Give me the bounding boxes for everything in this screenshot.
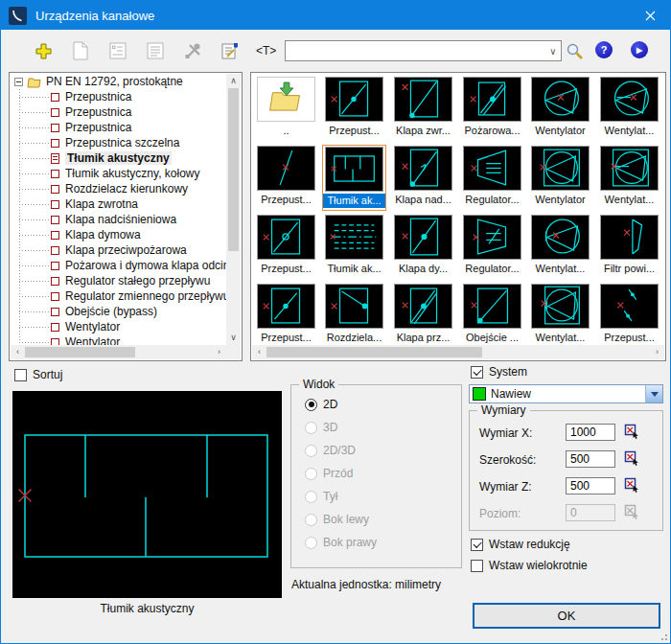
tree-item[interactable]: Regulator stałego przepływu [11,273,226,288]
tree-item[interactable]: Tłumik akustyczny, kołowy [11,166,226,181]
tree-item[interactable]: Regulator zmiennego przepływu [11,288,226,304]
checkbox-checked[interactable] [471,366,483,379]
tree-item[interactable]: Wentylator [11,334,226,345]
bypass-icon [464,285,521,328]
grid-item[interactable]: Klapa dy... [391,214,455,280]
pick-point-icon [624,450,639,466]
sort-checkbox[interactable]: Sortuj [14,368,62,381]
grid-item[interactable]: Przepust... [254,145,318,211]
tree-item[interactable]: Przepustnica [11,120,226,135]
grid-item[interactable]: Obejście ... [460,283,524,349]
view-group-title: Widok [299,378,338,391]
grid-item[interactable]: Wentylat... [597,76,661,142]
dimension-z-input[interactable] [566,477,615,494]
close-button[interactable] [630,1,670,30]
round-silencer-icon [326,216,382,259]
air-filter-icon [601,216,658,259]
properties-button[interactable] [217,37,243,64]
tree-item[interactable]: Rozdzielacz kierunkowy [11,181,226,196]
tree-item[interactable]: Klapa przeciwpożarowa [11,242,226,258]
scroll-right-icon[interactable]: › [650,345,664,359]
grid-item[interactable]: Przepust... [254,283,318,349]
tools-icon [183,41,202,60]
checkbox-unchecked[interactable] [471,560,483,572]
system-select[interactable]: Nawiew [469,384,663,403]
tree-item[interactable]: Przepustnica szczelna [11,135,226,150]
tree-item-selected[interactable]: Tłumik akustyczny [11,150,226,166]
grid-item[interactable]: Regulator... [460,145,524,211]
scrollbar-thumb[interactable] [25,347,135,357]
scroll-right-icon[interactable]: › [212,345,226,359]
titlebar[interactable]: Urządzenia kanałowe [1,1,670,30]
insert-reduction-checkbox[interactable]: Wstaw redukcję [471,538,570,551]
scrollbar-thumb[interactable] [228,88,239,251]
tree-item[interactable]: Obejście (bypass) [11,304,226,319]
tree-item[interactable]: Przepustnica [11,104,226,120]
grid-item[interactable]: Klapa nad... [391,145,455,211]
tree-scrollbar-vertical[interactable]: ∧ ∨ [226,74,241,345]
dimension-x-input[interactable] [566,424,615,441]
fan-icon [532,147,589,190]
grid-item-selected[interactable]: Tłumik ak... [322,145,386,211]
radio-selected[interactable] [305,399,317,411]
checkbox-checked[interactable] [471,539,483,551]
system-checkbox[interactable]: System [471,365,527,379]
tree-item[interactable]: Klapa zwrotna [11,196,226,212]
grid-item[interactable]: Wentylat... [597,145,661,211]
tree-item[interactable]: Pożarowa i dymowa klapa odcinają [11,258,226,273]
grid-item[interactable]: Klapa zwr... [391,76,455,142]
view-option-2d[interactable]: 2D [305,398,337,411]
text-list-button[interactable] [142,37,169,64]
grid-item[interactable]: Wentylator [528,145,592,211]
scroll-left-icon[interactable]: ‹ [11,345,25,359]
tree-item[interactable]: Klapa dymowa [11,227,226,242]
scroll-up-icon[interactable]: ∧ [226,74,241,88]
grid-item[interactable]: Wentylat... [528,283,592,349]
tree-item[interactable]: Wentylator [11,319,226,334]
grid-item[interactable]: Przepust... [254,214,318,280]
tools-button[interactable] [179,37,206,64]
grid-item[interactable]: .. [254,76,318,142]
width-input[interactable] [566,450,615,468]
search-button[interactable] [563,37,586,64]
tree-rows: PN EN 12792, prostokątne Przepustnica Pr… [11,74,226,345]
pick-from-drawing-button[interactable] [623,477,640,494]
fire-damper-icon [464,78,521,121]
scrollbar-thumb[interactable] [266,347,482,357]
grid-item[interactable]: Wentylator [528,76,592,142]
grid-scrollbar-horizontal[interactable]: ‹ › [252,345,664,359]
grid-item[interactable]: Tłumik ak... [322,214,386,280]
dimension-x-label: Wymiar X: [479,426,532,440]
grid-item[interactable]: Wentylat... [528,214,592,280]
ok-button[interactable]: OK [473,603,660,629]
tree-root[interactable]: PN EN 12792, prostokątne [11,74,226,89]
grid-item[interactable]: Przepust... [597,283,661,349]
grid-item[interactable]: Regulator... [460,214,524,280]
insert-multiple-checkbox[interactable]: Wstaw wielokrotnie [471,559,588,572]
grid-item[interactable]: Filtr powi... [597,214,661,280]
grid-item[interactable]: Klapa prz... [391,283,455,349]
tree-item[interactable]: Przepustnica [11,89,226,104]
scroll-left-icon[interactable]: ‹ [252,345,266,359]
grid-item[interactable]: Pożarowa... [460,76,524,142]
grid-item[interactable]: Rozdziela... [322,283,386,349]
chevron-down-icon[interactable] [645,385,662,402]
chevron-down-icon[interactable]: ∨ [545,46,561,57]
scroll-down-icon[interactable]: ∨ [226,331,241,345]
next-button[interactable]: ▶ [631,41,648,58]
add-button[interactable] [30,37,57,64]
tree-scrollbar-horizontal[interactable]: ‹ › [11,345,226,359]
view-option-left: Bok lewy [305,513,369,526]
tree-item[interactable]: Klapa nadciśnieniowa [11,212,226,227]
pick-from-drawing-button[interactable] [623,424,640,441]
resize-grip[interactable] [659,632,667,640]
help-button[interactable]: ? [595,41,613,58]
checkbox-unchecked[interactable] [14,369,27,381]
grid-item[interactable]: Przepust... [322,76,386,142]
search-combobox[interactable]: ∨ [285,40,562,61]
collapse-icon[interactable] [14,78,23,86]
details-list-button[interactable] [104,37,131,64]
pick-from-drawing-button[interactable] [623,450,640,468]
search-input[interactable] [286,42,545,59]
new-document-button[interactable] [67,37,94,64]
